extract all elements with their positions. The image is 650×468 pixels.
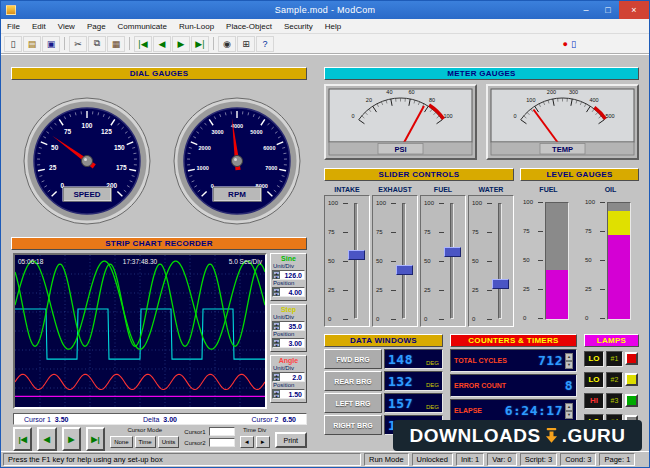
lamps-header: LAMPS <box>584 334 639 347</box>
maximize-button[interactable]: □ <box>597 1 619 19</box>
open-icon[interactable]: ▤ <box>23 36 41 52</box>
lamp-color-button[interactable] <box>625 373 638 386</box>
spinner-value: 3.00 <box>281 340 304 347</box>
menu-item-help[interactable]: Help <box>319 19 347 33</box>
minimize-button[interactable]: – <box>575 1 597 19</box>
tick-mark <box>487 232 492 233</box>
spinner-buttons[interactable]: ▲▼ <box>273 390 280 398</box>
slider-thumb[interactable] <box>444 247 461 257</box>
app-window: Sample.mod - ModCom – □ × FileEditViewPa… <box>0 0 650 468</box>
slider-thumb[interactable] <box>396 265 413 275</box>
spinner-buttons[interactable]: ▲▼ <box>273 322 280 330</box>
data-windows-header: DATA WINDOWS <box>324 334 443 347</box>
scale-label: 75 <box>472 229 479 235</box>
scale-label: 50 <box>376 258 383 264</box>
status-run-mode: Run Mode <box>364 453 409 466</box>
calculator-icon[interactable]: ⊞ <box>237 36 255 52</box>
spinner-buttons[interactable]: ▲▼ <box>273 373 280 381</box>
toolbar-indicators: ●▯ <box>563 39 576 49</box>
svg-text:60: 60 <box>409 89 415 95</box>
close-button[interactable]: × <box>619 1 649 19</box>
help-icon[interactable]: ? <box>256 36 274 52</box>
tick-mark <box>439 203 444 204</box>
spinner-field[interactable]: ▲▼4.00 <box>272 287 305 297</box>
print-button[interactable]: Print <box>275 432 307 448</box>
slider-exhaust: EXHAUST1007550250 <box>372 184 418 327</box>
counter-value: 712 <box>538 353 563 368</box>
scale-label: 100 <box>328 200 338 206</box>
spinner-field[interactable]: ▲▼2.0 <box>272 372 305 382</box>
chart-nav-button-3[interactable]: ▶| <box>86 427 105 451</box>
svg-text:TEMP: TEMP <box>552 145 573 154</box>
slider-controls-header: SLIDER CONTROLS <box>324 168 514 181</box>
cursor-value-field[interactable] <box>209 427 235 436</box>
menu-item-view[interactable]: View <box>52 19 81 33</box>
data-window-row: REAR BRG132DEG <box>324 371 443 391</box>
mode-button-units[interactable]: Units <box>158 436 180 448</box>
spinner-field[interactable]: ▲▼3.00 <box>272 338 305 348</box>
menu-item-edit[interactable]: Edit <box>26 19 52 33</box>
signal-box-sine: SineUnit/Div▲▼126.0Position▲▼4.00 <box>270 253 307 301</box>
menu-item-communicate[interactable]: Communicate <box>112 19 173 33</box>
chart-nav-button-2[interactable]: ▶ <box>62 427 81 451</box>
time-div-button-1[interactable]: ► <box>256 436 270 448</box>
cursor-field-label: Cursor1 <box>184 429 205 435</box>
spinner-field[interactable]: ▲▼126.0 <box>272 270 305 280</box>
slider-thumb[interactable] <box>492 279 509 289</box>
counter-spinner[interactable]: ▲▼ <box>565 353 573 369</box>
status-script-3: Script: 3 <box>520 453 558 466</box>
lamp-color-button[interactable] <box>625 352 638 365</box>
level-fill <box>608 235 630 319</box>
tick-mark <box>391 290 396 291</box>
menu-item-run-loop[interactable]: Run-Loop <box>173 19 220 33</box>
save-icon[interactable]: ▣ <box>42 36 60 52</box>
svg-text:6000: 6000 <box>263 145 275 151</box>
menu-item-file[interactable]: File <box>1 19 26 33</box>
counter-spinner[interactable]: ▲▼ <box>565 403 573 419</box>
time-div-button-0[interactable]: ◄ <box>240 436 254 448</box>
mode-button-time[interactable]: Time <box>135 436 156 448</box>
status-message: Press the F1 key for help using any set-… <box>3 453 361 466</box>
tick-mark <box>600 260 605 261</box>
download-arrow-icon <box>542 426 561 445</box>
data-window-label: RIGHT BRG <box>324 415 382 435</box>
chart-nav-button-1[interactable]: ◀ <box>37 427 56 451</box>
tick-mark <box>439 232 444 233</box>
snapshot-icon[interactable]: ◉ <box>218 36 236 52</box>
copy-icon[interactable]: ⧉ <box>88 36 106 52</box>
window-controls: – □ × <box>575 1 649 19</box>
unit-div-label: Unit/Div <box>272 365 305 372</box>
data-window-row: LEFT BRG157DEG <box>324 393 443 413</box>
slider-thumb[interactable] <box>348 250 365 260</box>
paste-icon[interactable]: ▦ <box>107 36 125 52</box>
level-fill <box>608 211 630 235</box>
mode-button-none[interactable]: None <box>110 436 132 448</box>
cut-icon[interactable]: ✂ <box>69 36 87 52</box>
tick-mark <box>600 231 605 232</box>
window-title: Sample.mod - ModCom <box>1 5 649 15</box>
lamp-color-button[interactable] <box>625 394 638 407</box>
last-icon[interactable]: ▶| <box>191 36 209 52</box>
spinner-buttons[interactable]: ▲▼ <box>273 271 280 279</box>
tick-mark <box>487 203 492 204</box>
spinner-field[interactable]: ▲▼35.0 <box>272 321 305 331</box>
svg-text:50: 50 <box>51 144 59 151</box>
first-icon[interactable]: |◀ <box>134 36 152 52</box>
menu-item-page[interactable]: Page <box>81 19 112 33</box>
spinner-field[interactable]: ▲▼1.50 <box>272 389 305 399</box>
prev-icon[interactable]: ◀ <box>153 36 171 52</box>
spinner-buttons[interactable]: ▲▼ <box>273 339 280 347</box>
lamp-row: HI#3 <box>584 391 639 410</box>
tick-mark <box>343 261 348 262</box>
lamps-panel: LO#1LO#2HI#3LO#4 <box>584 349 639 431</box>
menu-item-place-object[interactable]: Place-Object <box>220 19 278 33</box>
chart-nav-button-0[interactable]: |◀ <box>13 427 32 451</box>
play-icon[interactable]: ▶ <box>172 36 190 52</box>
cursor-value-field[interactable] <box>209 438 235 447</box>
menu-item-security[interactable]: Security <box>278 19 319 33</box>
new-icon[interactable]: ▯ <box>4 36 22 52</box>
title-bar: Sample.mod - ModCom – □ × <box>1 1 649 19</box>
spinner-buttons[interactable]: ▲▼ <box>273 288 280 296</box>
scale-label: 100 <box>424 200 434 206</box>
downloads-guru-watermark[interactable]: DOWNLOADS .GURU <box>393 420 642 451</box>
